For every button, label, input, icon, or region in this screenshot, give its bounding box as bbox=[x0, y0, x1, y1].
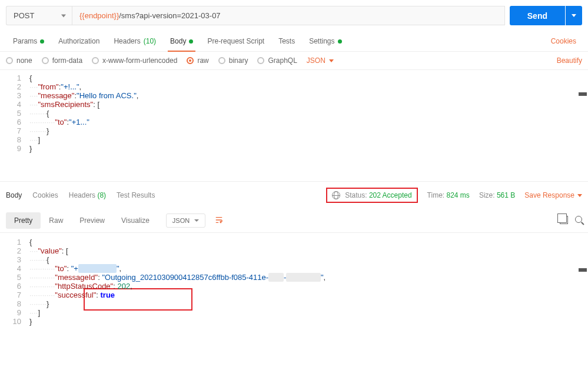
editor-line: 1{ bbox=[0, 238, 588, 246]
save-response-button[interactable]: Save Response bbox=[524, 191, 582, 199]
chevron-down-icon bbox=[572, 14, 576, 17]
time-meta: Time: 824 ms bbox=[427, 191, 470, 199]
editor-line: 6············"httpStatusCode": 202, bbox=[0, 282, 588, 291]
editor-line: 5········{ bbox=[0, 109, 588, 118]
editor-line: 2····"value": [ bbox=[0, 246, 588, 255]
body-type-raw[interactable]: raw bbox=[187, 56, 208, 65]
editor-line: 5············"messageId": "Outgoing_2021… bbox=[0, 273, 588, 282]
code-content: ········} bbox=[29, 299, 588, 308]
radio-icon bbox=[6, 57, 13, 64]
line-number: 8 bbox=[0, 299, 29, 308]
code-content: } bbox=[29, 317, 588, 326]
view-tab-visualize[interactable]: Visualize bbox=[113, 212, 158, 229]
code-content: ············"messageId": "Outgoing_20210… bbox=[29, 273, 588, 282]
status-label: Status: bbox=[345, 191, 367, 199]
http-method-select[interactable]: POST bbox=[6, 6, 72, 25]
code-content: ····"message":"Hello from ACS.", bbox=[29, 91, 588, 100]
body-type-graphql[interactable]: GraphQL bbox=[257, 56, 297, 65]
copy-button[interactable] bbox=[560, 216, 568, 226]
view-tab-raw[interactable]: Raw bbox=[41, 212, 71, 229]
response-tab-tests[interactable]: Test Results bbox=[117, 191, 155, 199]
chevron-down-icon bbox=[577, 194, 582, 197]
line-number: 3 bbox=[0, 91, 29, 100]
editor-line: 1{ bbox=[0, 74, 588, 82]
copy-icon bbox=[560, 216, 568, 224]
line-number: 6 bbox=[0, 118, 29, 126]
url-input[interactable]: {{endpoint}}/sms?api-version=2021-03-07 bbox=[72, 6, 505, 25]
editor-line: 8····] bbox=[0, 135, 588, 144]
body-type-none[interactable]: none bbox=[6, 56, 32, 65]
line-number: 2 bbox=[0, 246, 29, 255]
code-content: ········} bbox=[29, 126, 588, 135]
radio-icon bbox=[42, 57, 49, 64]
url-path: /sms?api-version=2021-03-07 bbox=[119, 11, 220, 20]
dot-indicator bbox=[338, 39, 342, 44]
tab-prerequest[interactable]: Pre-request Script bbox=[200, 31, 271, 51]
code-content: } bbox=[29, 144, 588, 153]
tab-tests[interactable]: Tests bbox=[271, 31, 302, 51]
response-body-editor[interactable]: 1{2····"value": [3········{4············… bbox=[0, 233, 588, 338]
size-meta: Size: 561 B bbox=[479, 191, 515, 199]
tab-settings[interactable]: Settings bbox=[302, 31, 348, 51]
editor-line: 9} bbox=[0, 144, 588, 153]
code-content: ····] bbox=[29, 135, 588, 144]
response-tab-body[interactable]: Body bbox=[6, 191, 22, 199]
code-content: ····"value": [ bbox=[29, 246, 588, 255]
editor-line: 6············"to":"+1..." bbox=[0, 118, 588, 126]
tab-headers[interactable]: Headers (10) bbox=[107, 31, 163, 51]
editor-line: 3········{ bbox=[0, 255, 588, 264]
send-button[interactable]: Send bbox=[510, 6, 565, 25]
code-content: ····"smsRecipients": [ bbox=[29, 100, 588, 109]
editor-line: 8········} bbox=[0, 299, 588, 308]
body-type-binary[interactable]: binary bbox=[218, 56, 248, 65]
line-number: 1 bbox=[0, 74, 29, 82]
line-number: 5 bbox=[0, 273, 29, 282]
code-content: ····"from":"+!...", bbox=[29, 82, 588, 91]
line-number: 2 bbox=[0, 82, 29, 91]
line-number: 3 bbox=[0, 255, 29, 264]
editor-line: 7········} bbox=[0, 126, 588, 135]
request-body-editor[interactable]: 1{2····"from":"+!...",3····"message":"He… bbox=[0, 70, 588, 182]
wrap-lines-button[interactable] bbox=[210, 213, 228, 229]
dot-indicator bbox=[189, 39, 193, 44]
cookies-link[interactable]: Cookies bbox=[545, 31, 582, 51]
response-tab-headers[interactable]: Headers (8) bbox=[69, 191, 106, 199]
wrap-icon bbox=[215, 216, 223, 224]
raw-format-select[interactable]: JSON bbox=[307, 56, 334, 65]
code-content: ····] bbox=[29, 308, 588, 317]
tab-params[interactable]: Params bbox=[6, 31, 51, 51]
editor-line: 4············"to": "+xxxxxxxxxx", bbox=[0, 264, 588, 273]
code-content: { bbox=[29, 238, 588, 246]
tab-body[interactable]: Body bbox=[163, 31, 200, 51]
radio-icon bbox=[218, 57, 225, 64]
code-content: ············"to": "+xxxxxxxxxx", bbox=[29, 264, 588, 273]
radio-icon bbox=[187, 57, 194, 64]
send-dropdown-button[interactable] bbox=[566, 6, 582, 25]
response-view-bar: Pretty Raw Preview Visualize JSON bbox=[0, 209, 588, 233]
line-number: 9 bbox=[0, 308, 29, 317]
editor-line: 4····"smsRecipients": [ bbox=[0, 100, 588, 109]
chevron-down-icon bbox=[329, 59, 334, 62]
search-button[interactable] bbox=[575, 216, 582, 226]
line-number: 10 bbox=[0, 317, 29, 326]
globe-icon bbox=[332, 191, 340, 199]
response-tab-cookies[interactable]: Cookies bbox=[32, 191, 58, 199]
tab-authorization[interactable]: Authorization bbox=[51, 31, 107, 51]
body-type-xwww[interactable]: x-www-form-urlencoded bbox=[92, 56, 177, 65]
editor-line: 7············"successful": true bbox=[0, 291, 588, 299]
body-type-form-data[interactable]: form-data bbox=[42, 56, 82, 65]
line-number: 6 bbox=[0, 282, 29, 291]
request-tabs: Params Authorization Headers (10) Body P… bbox=[0, 31, 588, 52]
response-format-select[interactable]: JSON bbox=[166, 213, 205, 228]
url-variable: {{endpoint}} bbox=[79, 11, 119, 20]
code-content: ········{ bbox=[29, 255, 588, 264]
line-number: 7 bbox=[0, 291, 29, 299]
view-tab-preview[interactable]: Preview bbox=[71, 212, 113, 229]
radio-icon bbox=[257, 57, 264, 64]
editor-line: 2····"from":"+!...", bbox=[0, 82, 588, 91]
code-content: ············"httpStatusCode": 202, bbox=[29, 282, 588, 291]
beautify-link[interactable]: Beautify bbox=[557, 56, 582, 65]
line-number: 9 bbox=[0, 144, 29, 153]
line-number: 8 bbox=[0, 135, 29, 144]
view-tab-pretty[interactable]: Pretty bbox=[6, 212, 41, 229]
